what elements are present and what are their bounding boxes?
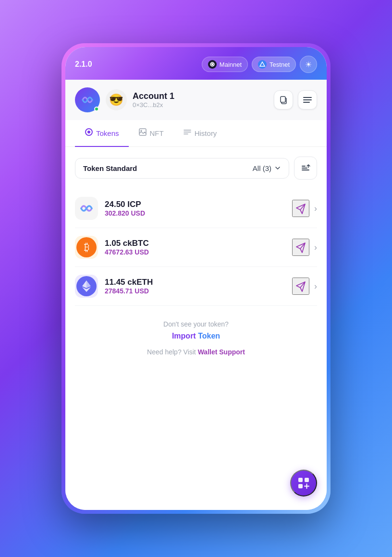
tokens-tab-icon	[85, 128, 93, 138]
sort-icon	[300, 163, 311, 173]
account-actions	[274, 90, 317, 109]
copy-address-button[interactable]	[274, 90, 293, 109]
menu-icon	[303, 96, 312, 104]
import-word: Import	[172, 332, 196, 340]
add-widget-icon	[297, 477, 310, 489]
brand-logo-svg	[80, 93, 95, 107]
bottom-section: Don't see your token? Import Token Need …	[75, 320, 317, 365]
send-icon	[294, 202, 307, 215]
history-tab-label: History	[195, 129, 217, 137]
icp-usd: 302.820 USD	[105, 209, 285, 217]
nft-icon	[138, 128, 147, 136]
btc-logo-inner: ₿	[76, 237, 97, 257]
top-bar: 2.1.0 Mainnet	[65, 47, 327, 80]
account-avatar: 😎	[106, 89, 127, 110]
icp-logo	[75, 197, 98, 220]
svg-rect-20	[305, 478, 309, 482]
testnet-label: Testnet	[270, 61, 290, 68]
mainnet-label: Mainnet	[220, 61, 242, 68]
svg-point-10	[87, 131, 90, 133]
token-item-ckbtc: ₿ 1.05 ckBTC 47672.63 USD ›	[75, 228, 317, 267]
tabs-section: Tokens NFT	[65, 120, 327, 147]
ckbtc-send-icon	[294, 241, 307, 254]
icp-amount: 24.50 ICP	[105, 200, 285, 209]
token-item-icp: 24.50 ICP 302.820 USD ›	[75, 189, 317, 228]
svg-rect-19	[298, 478, 303, 482]
dont-see-text: Don't see your token?	[75, 320, 317, 328]
version-label: 2.1.0	[75, 60, 92, 69]
network-buttons: Mainnet Testnet ☀	[202, 56, 317, 73]
help-text: Need help? Visit Wallet Support	[75, 348, 317, 356]
svg-rect-21	[298, 484, 303, 488]
sort-button[interactable]	[294, 157, 317, 180]
svg-marker-3	[260, 62, 265, 66]
cketh-logo	[75, 275, 98, 298]
history-tab-icon	[183, 128, 192, 138]
account-section: 😎 Account 1 0×3C...b2x	[65, 80, 327, 120]
theme-toggle-button[interactable]: ☀	[300, 56, 317, 73]
tab-history[interactable]: History	[173, 120, 227, 147]
icp-send-button[interactable]	[292, 200, 309, 217]
ckbtc-token-info: 1.05 ckBTC 47672.63 USD	[105, 239, 285, 256]
tokens-icon	[85, 128, 93, 136]
cketh-send-button[interactable]	[292, 278, 309, 295]
main-content: Token Standard All (3)	[65, 147, 327, 510]
tokens-tab-label: Tokens	[96, 129, 119, 137]
filter-value: All (3)	[253, 164, 281, 172]
svg-rect-5	[281, 97, 285, 102]
add-widget-fab[interactable]	[290, 470, 317, 496]
filter-value-text: All (3)	[253, 164, 271, 172]
cketh-chevron-right[interactable]: ›	[314, 281, 317, 291]
nft-tab-label: NFT	[150, 129, 164, 137]
ckbtc-token-actions: ›	[292, 239, 317, 256]
chevron-down-icon	[274, 165, 281, 171]
icp-token-actions: ›	[292, 200, 317, 217]
ckbtc-logo: ₿	[75, 236, 98, 259]
filter-bar: Token Standard All (3)	[75, 157, 317, 180]
testnet-button[interactable]: Testnet	[252, 57, 296, 72]
cketh-usd: 27845.71 USD	[105, 287, 285, 295]
theme-icon: ☀	[305, 60, 312, 69]
token-word: Token	[198, 332, 220, 340]
tab-nft[interactable]: NFT	[129, 120, 173, 147]
token-standard-filter[interactable]: Token Standard All (3)	[75, 158, 289, 179]
cketh-amount: 11.45 ckETH	[105, 278, 285, 287]
svg-point-1	[211, 63, 213, 65]
mainnet-icon	[208, 60, 217, 69]
copy-icon	[279, 96, 288, 104]
cketh-token-actions: ›	[292, 278, 317, 295]
icp-logo-svg	[78, 200, 95, 217]
account-name: Account 1	[133, 91, 268, 101]
nft-tab-icon	[138, 128, 147, 138]
eth-logo-svg	[82, 280, 91, 292]
svg-point-12	[140, 130, 142, 132]
filter-label: Token Standard	[83, 164, 137, 172]
token-item-cketh: 11.45 ckETH 27845.71 USD ›	[75, 267, 317, 306]
account-address: 0×3C...b2x	[133, 101, 268, 109]
help-prefix: Need help? Visit	[147, 348, 196, 356]
import-token-link[interactable]: Import Token	[75, 332, 317, 340]
history-icon	[183, 128, 192, 136]
account-info: Account 1 0×3C...b2x	[133, 91, 268, 109]
tab-tokens[interactable]: Tokens	[75, 120, 129, 147]
mainnet-button[interactable]: Mainnet	[202, 57, 248, 72]
cketh-token-info: 11.45 ckETH 27845.71 USD	[105, 278, 285, 295]
testnet-icon	[258, 60, 267, 69]
online-indicator	[94, 107, 99, 111]
cketh-send-icon	[294, 280, 307, 292]
ckbtc-amount: 1.05 ckBTC	[105, 239, 285, 248]
icp-chevron-right[interactable]: ›	[314, 204, 317, 214]
eth-logo-inner	[76, 276, 97, 296]
icp-token-info: 24.50 ICP 302.820 USD	[105, 200, 285, 217]
menu-button[interactable]	[298, 90, 317, 109]
ckbtc-chevron-right[interactable]: ›	[314, 242, 317, 253]
ckbtc-send-button[interactable]	[292, 239, 309, 256]
token-list: 24.50 ICP 302.820 USD ›	[75, 189, 317, 306]
ckbtc-usd: 47672.63 USD	[105, 248, 285, 256]
wallet-support-link[interactable]: Wallet Support	[198, 348, 245, 356]
brand-logo	[75, 87, 100, 112]
